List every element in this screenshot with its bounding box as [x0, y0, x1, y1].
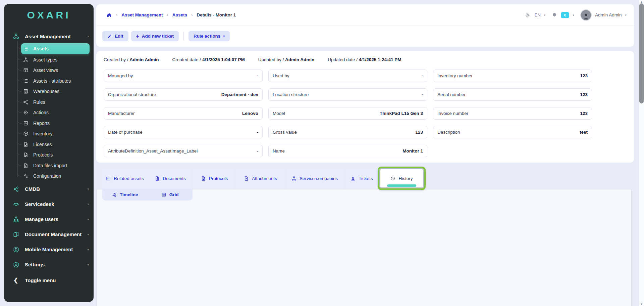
sidebar-item-assets-attributes[interactable]: Assets - attributes — [4, 76, 94, 86]
chevron-down-icon: ▾ — [87, 218, 89, 221]
field-serial-number: Serial number123 — [433, 88, 592, 101]
tab-attachments[interactable]: Attachments — [236, 169, 285, 188]
tab-documents[interactable]: Documents — [148, 169, 193, 188]
asset-types-icon — [23, 57, 29, 62]
sidebar-item-asset-types[interactable]: Asset types — [4, 54, 94, 65]
updated-date: Updated date / 4/1/2025 1:24:41 PM — [328, 57, 401, 62]
sidebar-item-configuration[interactable]: Configuration — [4, 171, 94, 182]
mobile-shield-icon — [13, 246, 19, 253]
sidebar-item-inventory[interactable]: Inventory — [4, 129, 94, 139]
document-icon — [155, 176, 160, 181]
view-switch: Timeline Grid — [102, 188, 193, 201]
tab-related-assets[interactable]: Related assets — [102, 169, 147, 188]
sidebar-section-manage-users[interactable]: Manage users ▾ — [4, 212, 94, 227]
chevron-left-icon: ❮ — [13, 277, 18, 284]
asset-views-icon — [23, 68, 29, 73]
sidebar-item-licenses[interactable]: Licenses — [4, 139, 94, 150]
scroll-down-arrow[interactable]: ▼ — [639, 303, 644, 306]
plus-icon — [136, 33, 139, 39]
sidebar-item-actions[interactable]: Actions — [4, 107, 94, 118]
tab-history[interactable]: History — [380, 169, 424, 188]
tab-protocols[interactable]: Protocols — [193, 169, 235, 188]
toggle-menu-button[interactable]: ❮ Toggle menu — [4, 273, 94, 288]
chevron-down-icon: ▾ — [87, 248, 89, 251]
sidebar-item-data-files-import[interactable]: Data files import — [4, 160, 94, 171]
sidebar-item-assets[interactable]: Assets — [4, 43, 94, 54]
document-pencil-icon — [23, 152, 29, 158]
chevron-down-icon[interactable]: ▾ — [625, 13, 627, 17]
related-assets-icon — [106, 176, 111, 181]
scrollbar-thumb[interactable] — [639, 3, 644, 103]
sidebar-item-warehouses[interactable]: Warehouses — [4, 86, 94, 97]
chevron-down-icon: ▾ — [87, 187, 89, 191]
updated-by: Updated by / Admin Admin — [258, 57, 315, 62]
bell-icon[interactable] — [551, 12, 557, 18]
sidebar-section-document-management[interactable]: Document Management ▾ — [4, 227, 94, 242]
language-selector[interactable]: EN — [535, 12, 541, 17]
asset-management-icon — [13, 33, 19, 40]
sidebar: OXARI Asset Management ▴ Assets Asset ty… — [4, 4, 94, 302]
share-nodes-icon — [23, 99, 29, 105]
edit-button[interactable]: Edit — [102, 31, 128, 41]
gear-icon[interactable] — [525, 12, 531, 18]
sidebar-item-protocols[interactable]: Protocols — [4, 150, 94, 161]
attributes-list-icon — [23, 78, 29, 84]
field-location-structure: Location structure- — [268, 88, 427, 101]
app-window: OXARI Asset Management ▴ Assets Asset ty… — [0, 0, 644, 306]
sidebar-section-cmdb[interactable]: CMDB ▾ — [4, 181, 94, 196]
breadcrumb-link-assets[interactable]: Assets — [172, 12, 187, 17]
active-tab-indicator — [387, 184, 416, 187]
settings-hex-icon — [13, 261, 19, 268]
target-icon — [23, 110, 29, 115]
sidebar-item-asset-views[interactable]: Asset views — [4, 65, 94, 76]
document-pencil-icon — [23, 142, 29, 147]
topbar-user-cluster: EN ▾ 0 ▾ Admin Admin ▾ — [525, 9, 627, 21]
sidebar-section-servicedesk[interactable]: Servicedesk ▾ — [4, 196, 94, 212]
detail-tabs: Related assets Documents Protocols Attac… — [102, 169, 424, 188]
sidebar-section-label: Asset Management — [25, 34, 87, 39]
sidebar-section-asset-management[interactable]: Asset Management ▴ — [4, 31, 94, 42]
tab-tickets[interactable]: Tickets — [344, 169, 379, 188]
assets-list-icon — [23, 46, 29, 51]
gears-icon — [23, 173, 29, 179]
document-plus-icon — [244, 176, 249, 181]
breadcrumb: › Asset Management › Assets › Details - … — [96, 4, 634, 26]
oxari-logo: OXARI — [4, 4, 94, 24]
audit-meta-row: Created by / Admin Admin Created date / … — [104, 57, 627, 62]
breadcrumb-separator: › — [116, 12, 117, 17]
warehouse-icon — [23, 89, 29, 94]
breadcrumb-current: Details - Monitor 1 — [197, 12, 236, 17]
rule-actions-button[interactable]: Rule actions ▾ — [189, 31, 230, 41]
scroll-up-arrow[interactable]: ▲ — [639, 0, 644, 3]
user-name[interactable]: Admin Admin — [595, 12, 622, 17]
field-organizational-structure: Organizational structureDepartment - dev — [104, 88, 263, 101]
grid-icon — [161, 192, 166, 197]
chevron-down-icon[interactable]: ▾ — [573, 13, 574, 17]
box-icon — [23, 131, 29, 136]
documents-icon — [13, 231, 19, 238]
home-icon[interactable] — [106, 12, 112, 18]
avatar[interactable] — [580, 9, 592, 21]
field-managed-by: Managed by- — [104, 70, 263, 82]
vertical-scrollbar[interactable]: ▲ ▼ — [638, 0, 644, 306]
sidebar-item-reports[interactable]: Reports — [4, 118, 94, 129]
view-grid-button[interactable]: Grid — [148, 188, 193, 201]
field-date-of-purchase: Date of purchase- — [104, 126, 263, 138]
pencil-icon — [107, 34, 112, 39]
add-new-ticket-button[interactable]: Add new ticket — [131, 31, 179, 41]
history-timeline-panel: 2025 Related assets + komputer 1 Apr 202… — [96, 189, 632, 306]
chevron-down-icon: ▾ — [87, 263, 89, 266]
sidebar-section-settings[interactable]: Settings ▾ — [4, 257, 94, 272]
field-description: Descriptiontest — [433, 126, 592, 138]
field-inventory-number: Inventory number123 — [433, 70, 592, 82]
bar-chart-icon — [23, 121, 29, 126]
chevron-down-icon[interactable]: ▾ — [544, 13, 546, 17]
view-timeline-button[interactable]: Timeline — [102, 188, 148, 201]
sidebar-section-mobile-management[interactable]: Mobile Management ▾ — [4, 242, 94, 257]
tab-service-companies[interactable]: Service companies — [285, 169, 344, 188]
asset-details-card: Created by / Admin Admin Created date / … — [96, 51, 634, 163]
notification-badge[interactable]: 0 — [561, 12, 569, 18]
sidebar-item-rules[interactable]: Rules — [4, 97, 94, 107]
field-manufacturer: ManufacturerLenovo — [104, 107, 263, 120]
breadcrumb-link-asset-management[interactable]: Asset Management — [121, 12, 163, 17]
